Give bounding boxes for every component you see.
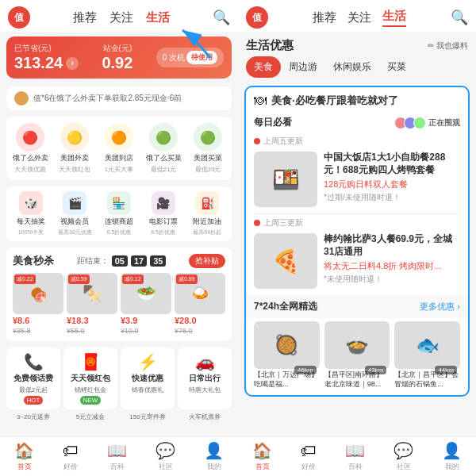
gas-icon: ⛽ xyxy=(195,191,219,215)
cat-tab-food[interactable]: 美食 xyxy=(246,56,281,78)
section-header: 生活优惠 ✏ 我也爆料 xyxy=(238,32,476,56)
promo-item-travel[interactable]: 🚗 日常出行 特惠大礼包 xyxy=(178,347,232,409)
promo-item-calls[interactable]: 📞 免费领话费 最低2元起 HOT xyxy=(6,347,60,409)
banner-saved: 已节省(元) 313.24 › xyxy=(14,43,79,72)
left-nav: 推荐 关注 生活 xyxy=(30,10,213,25)
food-card: 🍽 美食·必吃餐厅跟着吃就对了 每日必看 正在围观 xyxy=(244,86,470,397)
right-nav-deals[interactable]: 🏷 好价 xyxy=(301,442,317,472)
wiki-icon: 📖 xyxy=(107,441,127,460)
left-nav-community[interactable]: 💬 社区 xyxy=(155,441,175,472)
right-logo[interactable]: 值 xyxy=(246,6,268,29)
deals-icon: 🏷 xyxy=(63,442,79,460)
flash-btn[interactable]: 抢补贴 xyxy=(189,254,225,268)
countdown-hours: 05 xyxy=(112,255,128,267)
right-nav-community[interactable]: 💬 社区 xyxy=(393,441,413,472)
video-icon: 🎬 xyxy=(63,191,86,215)
avatar xyxy=(14,91,29,106)
sub-icon-movie[interactable]: 🎥 电影订票 8.5折优惠 xyxy=(142,191,185,236)
right-wiki-icon: 📖 xyxy=(345,441,365,460)
icon-item-0[interactable]: 🔴 饿了么外卖 大天领优惠 xyxy=(10,123,51,174)
icon-item-4[interactable]: 🟢 美团买菜 最低33元 xyxy=(187,123,228,174)
snap-img-1: 🍲 xyxy=(324,321,390,369)
left-nav-life[interactable]: 生活 xyxy=(146,10,170,25)
update-dot-2 xyxy=(254,220,260,226)
flash-section: 美食秒杀 距结束： 05 17 35 抢补贴 🍖减0.22 ¥8.6 ¥35.8… xyxy=(6,248,232,341)
snap-item-2[interactable]: 🐟 44km 【北京｜昌平区】会冒烟的石锅鱼... xyxy=(394,321,460,389)
sub-icon-gas[interactable]: ⛽ 附近加油 最高64折起 xyxy=(186,191,228,236)
right-search-icon[interactable]: 🔍 xyxy=(451,9,468,26)
cat-tab-leisure[interactable]: 休闲娱乐 xyxy=(325,56,379,78)
update-tag-2: 上周三更新 xyxy=(246,214,468,230)
community-icon: 💬 xyxy=(155,441,175,460)
icon-item-3[interactable]: 🟢 饿了么买菜 最低21元 xyxy=(143,123,184,174)
profile-icon: 👤 xyxy=(204,441,224,460)
flash-item-2[interactable]: 🥗减0.12 ¥3.9 ¥10.0 xyxy=(121,273,171,335)
flash-title: 美食秒杀 xyxy=(13,254,54,268)
red-banner: 已节省(元) 313.24 › 站金(元) 0.92 0 次机 待使用 xyxy=(6,36,232,79)
promo-item-flash[interactable]: ⚡ 快速优惠 锦春优惠礼 xyxy=(121,347,175,409)
cat-tab-travel[interactable]: 周边游 xyxy=(281,56,325,78)
update-dot xyxy=(254,138,260,144)
flash-img-2: 🥗减0.12 xyxy=(121,273,171,314)
right-nav-recommend[interactable]: 推荐 xyxy=(313,10,336,25)
right-home-icon: 🏠 xyxy=(252,441,272,460)
right-nav-life[interactable]: 生活 xyxy=(382,9,406,27)
promo-grid: 📞 免费领话费 最低2元起 HOT 🧧 天天领红包 锦鲤红包金 NEW ⚡ 快速… xyxy=(6,347,232,409)
left-logo[interactable]: 值 xyxy=(8,6,30,29)
redpacket-icon: 🧧 xyxy=(81,352,101,371)
left-nav-recommend[interactable]: 推荐 xyxy=(73,10,97,25)
flash-item-0[interactable]: 🍖减0.22 ¥8.6 ¥35.8 xyxy=(13,273,63,335)
daily-title: 每日必看 正在围观 xyxy=(254,116,460,129)
icon-eleme: 🔴 xyxy=(16,123,44,152)
flash-item-1[interactable]: 🍢减0.59 ¥18.3 ¥55.0 xyxy=(67,273,117,335)
food-card-header: 🍽 美食·必吃餐厅跟着吃就对了 xyxy=(246,87,468,111)
left-header: 值 推荐 关注 生活 🔍 xyxy=(0,0,238,32)
sub-icon-supermarket[interactable]: 🏪 连锁商超 8.5折优惠 xyxy=(98,191,140,236)
search-icon[interactable]: 🔍 xyxy=(213,9,230,26)
food-card-title: 美食·必吃餐厅跟着吃就对了 xyxy=(271,94,398,108)
left-nav-home[interactable]: 🏠 首页 xyxy=(14,441,34,472)
food-post-1[interactable]: 🍕 棒约翰比萨3人餐69.9元，全城31店通用 将太无二日料4.8折 烤肉限时.… xyxy=(246,230,468,295)
more-deals[interactable]: 更多优惠 › xyxy=(420,301,460,313)
flash-img-0: 🍖减0.22 xyxy=(13,273,63,314)
right-nav-profile[interactable]: 👤 我的 xyxy=(442,441,462,472)
promo-item-redpacket[interactable]: 🧧 天天领红包 锦鲤红包金 NEW xyxy=(63,347,117,409)
food-card-icon: 🍽 xyxy=(254,94,267,108)
sub-icon-video[interactable]: 🎬 视频会员 最高30元优惠 xyxy=(54,191,97,236)
left-nav-wiki[interactable]: 📖 百科 xyxy=(107,441,127,472)
left-nav-deals[interactable]: 🏷 好价 xyxy=(63,442,79,472)
flash-item-3[interactable]: 🍛减0.89 ¥28.0 ¥76.0 xyxy=(175,273,225,335)
icon-meituan: 🟠 xyxy=(105,123,133,152)
flash-header: 美食秒杀 距结束： 05 17 35 抢补贴 xyxy=(13,254,225,268)
watching-avatars xyxy=(394,117,426,129)
right-nav-home[interactable]: 🏠 首页 xyxy=(252,441,272,472)
icon-meituan-waimai: 🟡 xyxy=(60,123,89,152)
promo-subs: 3~20元返券 5元立减金 150元寄件券 火车机票券 xyxy=(6,413,232,421)
icon-item-2[interactable]: 🟠 美团到店 1元买大事 xyxy=(98,123,140,174)
snap-item-0[interactable]: 🥘 46km 【北京｜万达广场】吃喝是福... xyxy=(254,321,320,389)
report-btn[interactable]: ✏ 我也爆料 xyxy=(428,40,468,52)
user-tip: 值*6在饿了么外卖下单获取2.85元现金·6前 xyxy=(6,86,232,110)
banner-task[interactable]: 0 次机 待使用 xyxy=(156,48,224,67)
right-content: 生活优惠 ✏ 我也爆料 美食 周边游 休闲娱乐 买菜 🍽 美食·必吃餐厅跟着吃就… xyxy=(238,32,476,436)
banner-gold: 站金(元) 0.92 xyxy=(102,43,132,72)
all-day-bar: 7*24h全网精选 更多优惠 › xyxy=(246,295,468,318)
right-profile-icon: 👤 xyxy=(442,441,462,460)
left-nav-profile[interactable]: 👤 我的 xyxy=(204,441,224,472)
use-button[interactable]: 待使用 xyxy=(186,51,217,64)
right-panel: 值 推荐 关注 生活 🔍 生活优惠 ✏ 我也爆料 美食 周边游 休闲娱乐 买菜 … xyxy=(238,0,476,476)
left-nav-follow[interactable]: 关注 xyxy=(109,10,133,25)
calls-icon: 📞 xyxy=(24,352,44,371)
right-nav-wiki[interactable]: 📖 百科 xyxy=(345,441,365,472)
daily-section: 每日必看 正在围观 xyxy=(246,111,468,132)
countdown-secs: 35 xyxy=(150,255,166,267)
right-community-icon: 💬 xyxy=(393,441,413,460)
icon-item-1[interactable]: 🟡 美团外卖 天天领红包 xyxy=(54,123,95,174)
banner-arrow[interactable]: › xyxy=(66,57,79,70)
cat-tab-groceries[interactable]: 买菜 xyxy=(379,56,414,78)
sub-icon-lottery[interactable]: 🎲 每天抽奖 100%中奖 xyxy=(10,191,52,236)
food-post-0[interactable]: 🍱 中国大饭店1大1小自助餐288元！688元购四人烤鸭套餐 128元购日料双人… xyxy=(246,148,468,213)
right-header: 值 推荐 关注 生活 🔍 xyxy=(238,0,476,32)
right-nav-follow[interactable]: 关注 xyxy=(347,10,371,25)
snap-item-1[interactable]: 🍲 43km 【昌平区|南环路】老北京味道｜98... xyxy=(324,321,390,389)
